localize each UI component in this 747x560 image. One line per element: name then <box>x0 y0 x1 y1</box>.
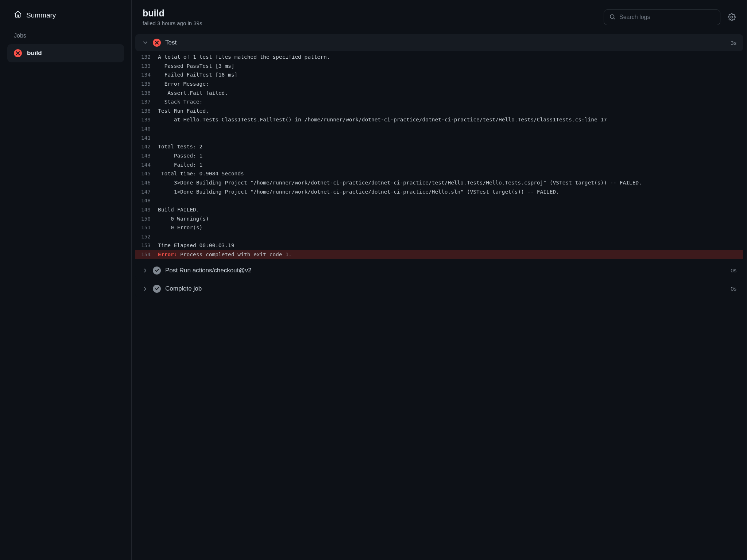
search-input[interactable] <box>619 14 715 20</box>
line-text: A total of 1 test files matched the spec… <box>158 52 736 62</box>
line-text: Failed: 1 <box>158 160 736 170</box>
search-box[interactable] <box>604 9 720 25</box>
log-lines: 132A total of 1 test files matched the s… <box>135 51 743 261</box>
log-line[interactable]: 153Time Elapsed 00:00:03.19 <box>135 241 743 250</box>
line-text: Stack Trace: <box>158 97 736 106</box>
log-line[interactable]: 146 3>Done Building Project "/home/runne… <box>135 178 743 187</box>
line-text: Test Run Failed. <box>158 106 736 116</box>
line-number: 153 <box>135 241 158 250</box>
chevron-right-icon <box>142 267 148 274</box>
log-line[interactable]: 143 Passed: 1 <box>135 151 743 160</box>
line-text <box>158 232 736 241</box>
line-text: Total time: 0.9084 Seconds <box>158 169 736 178</box>
log-line[interactable]: 137 Stack Trace: <box>135 97 743 106</box>
jobs-heading: Jobs <box>0 24 131 42</box>
main-panel: build failed 3 hours ago in 39s <box>131 0 747 560</box>
log-line[interactable]: 141 <box>135 133 743 143</box>
sidebar: Summary Jobs build <box>0 0 131 560</box>
log-line[interactable]: 148 <box>135 196 743 205</box>
log-line[interactable]: 134 Failed FailTest [18 ms] <box>135 70 743 79</box>
line-number: 133 <box>135 62 158 71</box>
line-number: 143 <box>135 151 158 160</box>
job-header: build failed 3 hours ago in 39s <box>132 0 747 34</box>
log-line[interactable]: 140 <box>135 124 743 133</box>
log-line[interactable]: 149Build FAILED. <box>135 205 743 214</box>
line-number: 149 <box>135 205 158 214</box>
log-line[interactable]: 135 Error Message: <box>135 79 743 89</box>
line-number: 148 <box>135 196 158 205</box>
home-icon <box>14 10 22 20</box>
line-text: 3>Done Building Project "/home/runner/wo… <box>158 178 736 187</box>
line-text <box>158 133 736 143</box>
error-label: Error: <box>158 252 177 257</box>
summary-label: Summary <box>26 11 56 19</box>
title-block: build failed 3 hours ago in 39s <box>143 8 596 26</box>
line-text: Passed: 1 <box>158 151 736 160</box>
log-line[interactable]: 145 Total time: 0.9084 Seconds <box>135 169 743 178</box>
step-post-checkout: Post Run actions/checkout@v2 0s <box>135 262 743 279</box>
step-test-header[interactable]: Test 3s <box>135 34 743 51</box>
line-text: 1>Done Building Project "/home/runner/wo… <box>158 187 736 197</box>
log-line[interactable]: 142Total tests: 2 <box>135 142 743 151</box>
line-text: Assert.Fail failed. <box>158 89 736 98</box>
line-text: Total tests: 2 <box>158 142 736 151</box>
log-line[interactable]: 139 at Hello.Tests.Class1Tests.FailTest(… <box>135 115 743 124</box>
line-number: 134 <box>135 70 158 79</box>
step-name: Complete job <box>165 285 726 292</box>
log-line[interactable]: 144 Failed: 1 <box>135 160 743 170</box>
line-number: 147 <box>135 187 158 197</box>
summary-link[interactable]: Summary <box>0 7 131 24</box>
page-subtitle: failed 3 hours ago in 39s <box>143 20 596 26</box>
job-name: build <box>27 50 42 57</box>
line-number: 151 <box>135 223 158 232</box>
step-duration: 0s <box>731 267 736 273</box>
status-pass-icon <box>153 285 161 293</box>
gear-icon[interactable] <box>728 13 736 21</box>
log-line[interactable]: 132A total of 1 test files matched the s… <box>135 52 743 62</box>
line-text <box>158 196 736 205</box>
app-root: Summary Jobs build build failed 3 hours … <box>0 0 747 560</box>
line-number: 141 <box>135 133 158 143</box>
line-number: 140 <box>135 124 158 133</box>
line-number: 135 <box>135 79 158 89</box>
chevron-right-icon <box>142 285 148 292</box>
line-text: Error: Process completed with exit code … <box>158 250 736 259</box>
page-title: build <box>143 8 596 19</box>
step-name: Test <box>165 39 726 46</box>
line-text: 0 Error(s) <box>158 223 736 232</box>
log-line[interactable]: 152 <box>135 232 743 241</box>
log-line[interactable]: 147 1>Done Building Project "/home/runne… <box>135 187 743 197</box>
job-item-build[interactable]: build <box>7 44 124 62</box>
line-number: 150 <box>135 214 158 223</box>
line-number: 139 <box>135 115 158 124</box>
line-text: Failed FailTest [18 ms] <box>158 70 736 79</box>
step-name: Post Run actions/checkout@v2 <box>165 267 726 274</box>
step-post-checkout-header[interactable]: Post Run actions/checkout@v2 0s <box>135 262 743 279</box>
line-number: 136 <box>135 89 158 98</box>
search-icon <box>609 13 616 21</box>
line-number: 138 <box>135 106 158 116</box>
status-pass-icon <box>153 267 161 275</box>
log-line[interactable]: 150 0 Warning(s) <box>135 214 743 223</box>
line-text <box>158 124 736 133</box>
status-fail-icon <box>14 49 22 57</box>
log-line[interactable]: 136 Assert.Fail failed. <box>135 89 743 98</box>
line-number: 144 <box>135 160 158 170</box>
line-number: 137 <box>135 97 158 106</box>
line-text: Time Elapsed 00:00:03.19 <box>158 241 736 250</box>
step-test: Test 3s 132A total of 1 test files match… <box>135 34 743 261</box>
svg-point-1 <box>731 16 733 18</box>
log-line[interactable]: 154Error: Process completed with exit co… <box>135 250 743 259</box>
line-number: 145 <box>135 169 158 178</box>
svg-point-0 <box>610 15 614 19</box>
chevron-down-icon <box>142 39 148 46</box>
log-line[interactable]: 133 Passed PassTest [3 ms] <box>135 62 743 71</box>
line-text: 0 Warning(s) <box>158 214 736 223</box>
line-text: at Hello.Tests.Class1Tests.FailTest() in… <box>158 115 736 124</box>
line-text: Passed PassTest [3 ms] <box>158 62 736 71</box>
step-complete-header[interactable]: Complete job 0s <box>135 280 743 297</box>
log-line[interactable]: 151 0 Error(s) <box>135 223 743 232</box>
step-duration: 0s <box>731 285 736 292</box>
line-number: 154 <box>135 250 158 259</box>
log-line[interactable]: 138Test Run Failed. <box>135 106 743 116</box>
